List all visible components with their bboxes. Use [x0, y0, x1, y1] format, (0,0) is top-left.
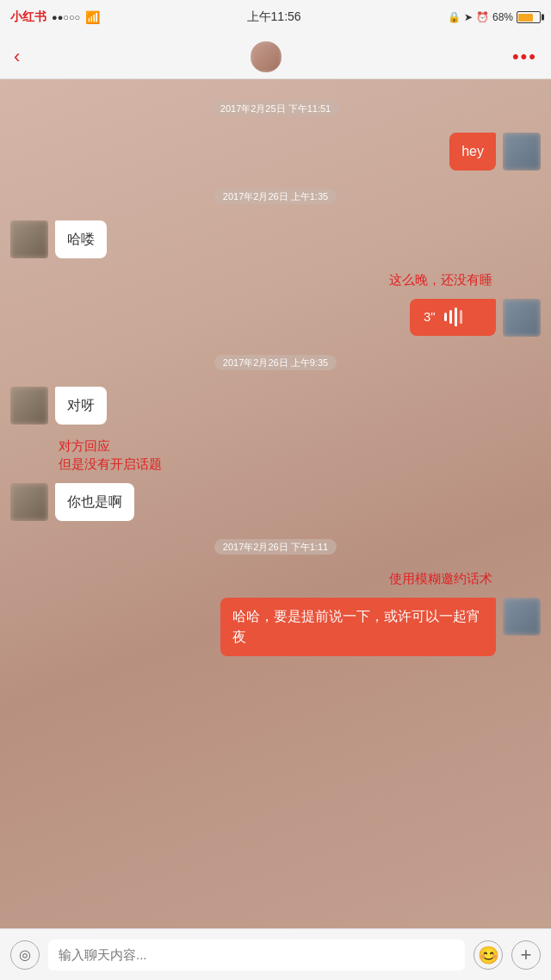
timestamp-4: 2017年2月26日 下午1:11 — [10, 538, 541, 554]
annotation-response-text: 对方回应但是没有开启话题 — [59, 438, 162, 471]
lock-icon: 🔒 — [448, 11, 461, 23]
avatar-left-2 — [10, 387, 48, 425]
wave-3 — [455, 307, 457, 326]
annotation-late: 这么晚，还没有睡 — [10, 270, 492, 288]
avatar-right-2 — [503, 299, 541, 337]
bubble-youalso-text: 你也是啊 — [67, 494, 122, 509]
wave-2 — [449, 310, 452, 324]
bubble-youalso: 你也是啊 — [55, 483, 134, 521]
annotation-invite-text: 使用模糊邀约话术 — [389, 571, 492, 586]
wifi-icon: 📶 — [85, 10, 100, 24]
annotation-response: 对方回应但是没有开启话题 — [59, 437, 541, 473]
bubble-haha: 哈哈，要是提前说一下，或许可以一起宵夜 — [220, 598, 496, 656]
timestamp-4-label: 2017年2月26日 下午1:11 — [214, 539, 337, 555]
avatar-left-1 — [10, 220, 48, 258]
timestamp-2-label: 2017年2月26日 上午1:35 — [214, 189, 337, 204]
nav-avatar — [251, 41, 282, 72]
bubble-hey-text: hey — [461, 144, 484, 158]
add-button[interactable]: + — [511, 940, 541, 970]
nav-bar: ‹ ••• — [0, 34, 551, 79]
status-bar: 小红书 ●●○○○ 📶 上午11:56 🔒 ➤ ⏰ 68% — [0, 0, 551, 34]
bubble-hallo: 哈喽 — [55, 220, 107, 258]
message-row-hey: hey — [10, 133, 541, 171]
battery-fill — [518, 14, 533, 22]
avatar-img-left-1 — [10, 220, 48, 258]
avatar-img-right-2 — [503, 299, 541, 337]
avatar-img-right-3 — [503, 598, 541, 636]
bubble-hey: hey — [449, 133, 496, 171]
wave-4 — [460, 310, 462, 324]
message-row-hallo: 哈喽 — [10, 220, 541, 258]
location-icon: ➤ — [464, 11, 473, 23]
alarm-icon: ⏰ — [476, 11, 489, 23]
avatar-img-left-2 — [10, 387, 48, 425]
avatar-blur — [251, 41, 282, 72]
avatar-left-3 — [10, 483, 48, 521]
message-row-voice: 3" — [10, 299, 541, 337]
voice-waves — [444, 307, 462, 326]
status-time: 上午11:56 — [247, 9, 301, 25]
avatar-right-3 — [503, 598, 541, 636]
voice-icon: ◎ — [19, 946, 31, 963]
bubble-duiya-text: 对呀 — [67, 398, 95, 412]
more-button[interactable]: ••• — [512, 46, 537, 68]
signal-dots: ●●○○○ — [52, 12, 80, 22]
message-row-haha: 哈哈，要是提前说一下，或许可以一起宵夜 — [10, 598, 541, 656]
nav-center — [251, 41, 282, 72]
annotation-late-text: 这么晚，还没有睡 — [389, 272, 492, 287]
chat-area: 2017年2月25日 下午11:51 hey 2017年2月26日 上午1:35… — [0, 79, 551, 928]
bubble-duiya: 对呀 — [55, 387, 107, 425]
battery-percent: 68% — [492, 11, 513, 23]
input-bar: ◎ 😊 + — [0, 928, 551, 980]
app-name-label: 小红书 — [10, 9, 46, 25]
timestamp-3: 2017年2月26日 上午9:35 — [10, 354, 541, 369]
avatar-right-1 — [503, 133, 541, 171]
status-right-area: 🔒 ➤ ⏰ 68% — [448, 11, 541, 23]
back-button[interactable]: ‹ — [14, 46, 20, 68]
bubble-voice: 3" — [410, 299, 496, 336]
message-row-duiya: 对呀 — [10, 387, 541, 425]
timestamp-3-label: 2017年2月26日 上午9:35 — [214, 355, 337, 370]
timestamp-1: 2017年2月25日 下午11:51 — [10, 100, 541, 115]
bubble-hallo-text: 哈喽 — [67, 232, 95, 246]
status-app-name: 小红书 ●●○○○ 📶 — [10, 9, 100, 25]
annotation-invite: 使用模糊邀约话术 — [10, 569, 492, 587]
wave-1 — [444, 313, 447, 321]
chat-input[interactable] — [48, 940, 465, 971]
voice-button[interactable]: ◎ — [10, 940, 40, 970]
voice-duration: 3" — [424, 307, 436, 327]
avatar-img-left-3 — [10, 483, 48, 521]
battery-icon — [517, 11, 541, 23]
emoji-icon: 😊 — [478, 945, 499, 965]
timestamp-2: 2017年2月26日 上午1:35 — [10, 188, 541, 203]
add-icon: + — [521, 944, 532, 966]
emoji-button[interactable]: 😊 — [474, 940, 503, 970]
message-row-youalso: 你也是啊 — [10, 483, 541, 521]
timestamp-1-label: 2017年2月25日 下午11:51 — [212, 101, 339, 116]
bubble-haha-text: 哈哈，要是提前说一下，或许可以一起宵夜 — [232, 609, 480, 644]
avatar-img-right-1 — [503, 133, 541, 171]
